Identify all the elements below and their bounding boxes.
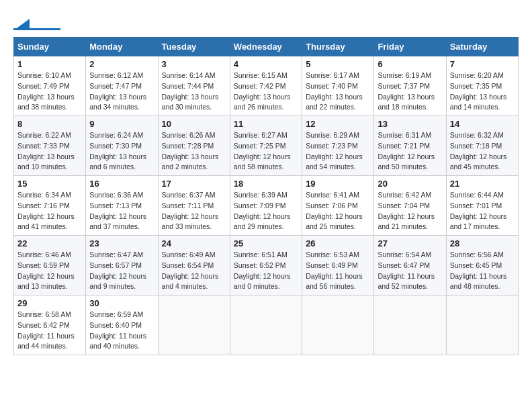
day-info: Sunrise: 6:46 AM Sunset: 6:59 PM Dayligh… xyxy=(17,250,82,292)
day-info: Sunrise: 6:34 AM Sunset: 7:16 PM Dayligh… xyxy=(17,190,82,232)
calendar-cell xyxy=(446,295,518,355)
day-info: Sunrise: 6:15 AM Sunset: 7:42 PM Dayligh… xyxy=(234,71,298,113)
calendar-cell: 13Sunrise: 6:31 AM Sunset: 7:21 PM Dayli… xyxy=(374,116,446,176)
day-info: Sunrise: 6:49 AM Sunset: 6:54 PM Dayligh… xyxy=(162,250,226,292)
calendar-cell xyxy=(158,295,230,355)
calendar-cell: 15Sunrise: 6:34 AM Sunset: 7:16 PM Dayli… xyxy=(14,176,86,236)
day-number: 19 xyxy=(306,179,370,189)
calendar-cell: 2Sunrise: 6:12 AM Sunset: 7:47 PM Daylig… xyxy=(86,56,158,116)
calendar-cell: 7Sunrise: 6:20 AM Sunset: 7:35 PM Daylig… xyxy=(446,56,518,116)
day-number: 9 xyxy=(89,119,154,129)
page-header xyxy=(13,13,519,30)
calendar-cell: 29Sunrise: 6:58 AM Sunset: 6:42 PM Dayli… xyxy=(14,295,86,355)
calendar-cell xyxy=(302,295,374,355)
day-info: Sunrise: 6:26 AM Sunset: 7:28 PM Dayligh… xyxy=(162,130,226,173)
day-number: 24 xyxy=(162,238,226,248)
calendar-cell: 27Sunrise: 6:54 AM Sunset: 6:47 PM Dayli… xyxy=(374,236,446,295)
calendar-cell: 18Sunrise: 6:39 AM Sunset: 7:09 PM Dayli… xyxy=(230,176,302,236)
calendar-cell: 23Sunrise: 6:47 AM Sunset: 6:57 PM Dayli… xyxy=(86,236,158,295)
day-info: Sunrise: 6:17 AM Sunset: 7:40 PM Dayligh… xyxy=(306,71,370,113)
calendar-cell: 14Sunrise: 6:32 AM Sunset: 7:18 PM Dayli… xyxy=(446,116,518,176)
col-header-tuesday: Tuesday xyxy=(158,38,230,56)
col-header-saturday: Saturday xyxy=(446,38,518,56)
day-info: Sunrise: 6:24 AM Sunset: 7:30 PM Dayligh… xyxy=(89,130,154,173)
day-info: Sunrise: 6:31 AM Sunset: 7:21 PM Dayligh… xyxy=(378,130,442,173)
day-info: Sunrise: 6:14 AM Sunset: 7:44 PM Dayligh… xyxy=(162,71,226,113)
day-number: 25 xyxy=(234,238,298,248)
calendar-cell: 8Sunrise: 6:22 AM Sunset: 7:33 PM Daylig… xyxy=(14,116,86,176)
day-number: 2 xyxy=(89,59,154,69)
day-number: 22 xyxy=(17,238,82,248)
day-number: 1 xyxy=(17,59,82,69)
day-number: 21 xyxy=(450,179,515,189)
day-number: 5 xyxy=(306,59,370,69)
day-info: Sunrise: 6:20 AM Sunset: 7:35 PM Dayligh… xyxy=(450,71,515,113)
day-number: 6 xyxy=(378,59,442,69)
day-number: 26 xyxy=(306,238,370,248)
day-info: Sunrise: 6:10 AM Sunset: 7:49 PM Dayligh… xyxy=(17,71,82,113)
day-info: Sunrise: 6:27 AM Sunset: 7:25 PM Dayligh… xyxy=(234,130,298,173)
calendar-cell: 3Sunrise: 6:14 AM Sunset: 7:44 PM Daylig… xyxy=(158,56,230,116)
calendar-cell: 4Sunrise: 6:15 AM Sunset: 7:42 PM Daylig… xyxy=(230,56,302,116)
day-number: 23 xyxy=(89,238,154,248)
day-info: Sunrise: 6:51 AM Sunset: 6:52 PM Dayligh… xyxy=(234,250,298,292)
calendar-cell: 12Sunrise: 6:29 AM Sunset: 7:23 PM Dayli… xyxy=(302,116,374,176)
logo xyxy=(13,20,60,30)
day-info: Sunrise: 6:41 AM Sunset: 7:06 PM Dayligh… xyxy=(306,190,370,232)
day-number: 10 xyxy=(162,119,226,129)
calendar-cell: 17Sunrise: 6:37 AM Sunset: 7:11 PM Dayli… xyxy=(158,176,230,236)
calendar-cell xyxy=(374,295,446,355)
day-number: 11 xyxy=(234,119,298,129)
day-info: Sunrise: 6:53 AM Sunset: 6:49 PM Dayligh… xyxy=(306,250,370,292)
calendar-cell: 30Sunrise: 6:59 AM Sunset: 6:40 PM Dayli… xyxy=(86,295,158,355)
col-header-friday: Friday xyxy=(374,38,446,56)
calendar-cell: 11Sunrise: 6:27 AM Sunset: 7:25 PM Dayli… xyxy=(230,116,302,176)
day-info: Sunrise: 6:36 AM Sunset: 7:13 PM Dayligh… xyxy=(89,190,154,232)
day-info: Sunrise: 6:19 AM Sunset: 7:37 PM Dayligh… xyxy=(378,71,442,113)
calendar-cell: 10Sunrise: 6:26 AM Sunset: 7:28 PM Dayli… xyxy=(158,116,230,176)
calendar-cell: 9Sunrise: 6:24 AM Sunset: 7:30 PM Daylig… xyxy=(86,116,158,176)
day-info: Sunrise: 6:29 AM Sunset: 7:23 PM Dayligh… xyxy=(306,130,370,173)
day-number: 8 xyxy=(17,119,82,129)
day-number: 14 xyxy=(450,119,515,129)
day-number: 15 xyxy=(17,179,82,189)
calendar-cell: 1Sunrise: 6:10 AM Sunset: 7:49 PM Daylig… xyxy=(14,56,86,116)
day-info: Sunrise: 6:54 AM Sunset: 6:47 PM Dayligh… xyxy=(378,250,442,292)
day-number: 27 xyxy=(378,238,442,248)
calendar-cell: 6Sunrise: 6:19 AM Sunset: 7:37 PM Daylig… xyxy=(374,56,446,116)
day-number: 29 xyxy=(17,298,82,308)
day-number: 7 xyxy=(450,59,515,69)
calendar-cell: 25Sunrise: 6:51 AM Sunset: 6:52 PM Dayli… xyxy=(230,236,302,295)
col-header-wednesday: Wednesday xyxy=(230,38,302,56)
day-number: 28 xyxy=(450,238,515,248)
day-info: Sunrise: 6:59 AM Sunset: 6:40 PM Dayligh… xyxy=(89,310,154,352)
calendar-cell: 19Sunrise: 6:41 AM Sunset: 7:06 PM Dayli… xyxy=(302,176,374,236)
day-info: Sunrise: 6:12 AM Sunset: 7:47 PM Dayligh… xyxy=(89,71,154,113)
day-number: 13 xyxy=(378,119,442,129)
day-info: Sunrise: 6:58 AM Sunset: 6:42 PM Dayligh… xyxy=(17,310,82,352)
day-number: 3 xyxy=(162,59,226,69)
calendar-cell: 22Sunrise: 6:46 AM Sunset: 6:59 PM Dayli… xyxy=(14,236,86,295)
day-info: Sunrise: 6:39 AM Sunset: 7:09 PM Dayligh… xyxy=(234,190,298,232)
day-number: 4 xyxy=(234,59,298,69)
col-header-monday: Monday xyxy=(86,38,158,56)
calendar-cell: 20Sunrise: 6:42 AM Sunset: 7:04 PM Dayli… xyxy=(374,176,446,236)
calendar-table: SundayMondayTuesdayWednesdayThursdayFrid… xyxy=(13,37,519,355)
calendar-cell: 16Sunrise: 6:36 AM Sunset: 7:13 PM Dayli… xyxy=(86,176,158,236)
day-number: 20 xyxy=(378,179,442,189)
calendar-cell: 24Sunrise: 6:49 AM Sunset: 6:54 PM Dayli… xyxy=(158,236,230,295)
day-info: Sunrise: 6:44 AM Sunset: 7:01 PM Dayligh… xyxy=(450,190,515,232)
calendar-cell: 21Sunrise: 6:44 AM Sunset: 7:01 PM Dayli… xyxy=(446,176,518,236)
day-number: 16 xyxy=(89,179,154,189)
day-info: Sunrise: 6:42 AM Sunset: 7:04 PM Dayligh… xyxy=(378,190,442,232)
day-info: Sunrise: 6:37 AM Sunset: 7:11 PM Dayligh… xyxy=(162,190,226,232)
day-info: Sunrise: 6:56 AM Sunset: 6:45 PM Dayligh… xyxy=(450,250,515,292)
day-number: 18 xyxy=(234,179,298,189)
day-info: Sunrise: 6:22 AM Sunset: 7:33 PM Dayligh… xyxy=(17,130,82,173)
day-number: 12 xyxy=(306,119,370,129)
col-header-thursday: Thursday xyxy=(302,38,374,56)
calendar-cell xyxy=(230,295,302,355)
day-number: 17 xyxy=(162,179,226,189)
day-number: 30 xyxy=(89,298,154,308)
col-header-sunday: Sunday xyxy=(14,38,86,56)
